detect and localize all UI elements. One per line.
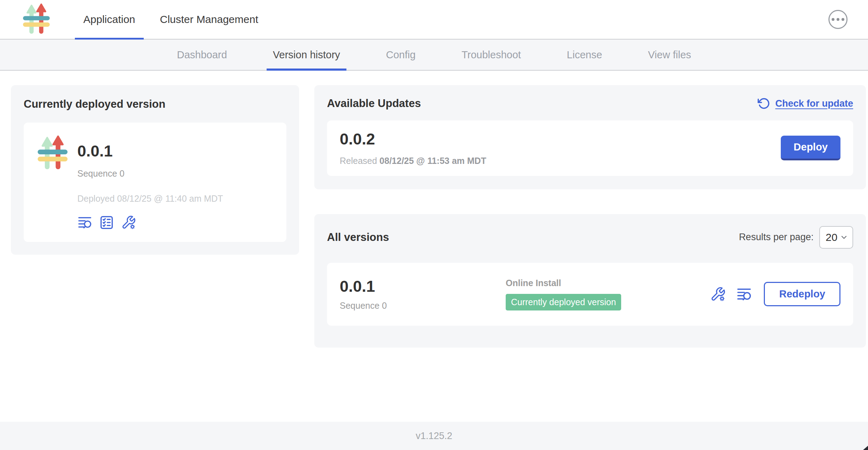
all-versions-panel: All versions Results per page: 20 0.0 [314, 214, 866, 348]
update-info: 0.0.2 Released 08/12/25 @ 11:53 am MDT [340, 130, 486, 166]
edit-config-icon[interactable] [710, 286, 726, 302]
deployed-timestamp: Deployed 08/12/25 @ 11:40 am MDT [77, 194, 223, 204]
subnav-view-files-label: View files [648, 49, 691, 61]
subnav-dashboard-label: Dashboard [177, 49, 227, 61]
results-per-page-group: Results per page: 20 [739, 226, 853, 249]
kots-admin-console: Application Cluster Management Dashboard… [0, 0, 868, 450]
tab-cluster-management-label: Cluster Management [160, 13, 258, 25]
status-badge: Currently deployed version [506, 294, 621, 310]
app-logo-icon [21, 4, 52, 35]
results-per-page-value: 20 [826, 231, 837, 243]
subnav-license-label: License [567, 49, 602, 61]
tab-cluster-management[interactable]: Cluster Management [151, 0, 267, 39]
header-tabs: Application Cluster Management [75, 0, 274, 39]
ellipsis-circle-icon[interactable] [828, 10, 848, 29]
app-logo-icon [36, 135, 70, 171]
update-card: 0.0.2 Released 08/12/25 @ 11:53 am MDT D… [327, 120, 853, 176]
row-status-info: Online Install Currently deployed versio… [506, 278, 621, 310]
subnav-item-troubleshoot[interactable]: Troubleshoot [455, 40, 527, 70]
top-header: Application Cluster Management [0, 0, 868, 40]
check-for-update-label: Check for update [775, 98, 853, 109]
subnav-version-history-label: Version history [273, 49, 340, 61]
available-updates-head: Available Updates Check for update [327, 97, 853, 110]
console-version: v1.125.2 [416, 431, 452, 442]
tab-application[interactable]: Application [75, 0, 144, 39]
subnav-item-version-history[interactable]: Version history [267, 40, 346, 70]
deployed-version-info: 0.0.1 Sequence 0 Deployed 08/12/25 @ 11:… [77, 133, 223, 230]
deployed-version-card: 0.0.1 Sequence 0 Deployed 08/12/25 @ 11:… [24, 123, 286, 242]
edit-config-icon[interactable] [121, 215, 136, 230]
all-versions-head: All versions Results per page: 20 [327, 226, 853, 249]
subnav-item-license[interactable]: License [560, 40, 608, 70]
install-type-label: Online Install [506, 278, 621, 288]
version-row: 0.0.1 Sequence 0 Online Install Currentl… [327, 263, 853, 326]
released-timestamp: 08/12/25 @ 11:53 am MDT [380, 156, 486, 166]
row-version-number: 0.0.1 [340, 278, 506, 295]
check-for-update-link[interactable]: Check for update [757, 97, 853, 110]
preflight-checks-icon[interactable] [99, 215, 114, 230]
deployed-sequence: Sequence 0 [77, 168, 223, 179]
row-sequence: Sequence 0 [340, 301, 506, 311]
deploy-button[interactable]: Deploy [781, 136, 840, 160]
redeploy-button[interactable]: Redeploy [764, 282, 840, 306]
refresh-icon [757, 97, 770, 110]
update-version-number: 0.0.2 [340, 130, 486, 148]
subnav-troubleshoot-label: Troubleshoot [462, 49, 521, 61]
header-right [828, 0, 868, 39]
update-released-line: Released 08/12/25 @ 11:53 am MDT [340, 156, 486, 166]
row-actions: Redeploy [710, 282, 840, 306]
chevron-down-icon [840, 233, 848, 242]
currently-deployed-title: Currently deployed version [24, 98, 286, 111]
view-logs-icon[interactable] [77, 215, 92, 230]
subnav-item-view-files[interactable]: View files [642, 40, 697, 70]
currently-deployed-panel: Currently deployed version 0.0.1 Sequenc… [11, 85, 299, 255]
view-logs-icon[interactable] [736, 286, 752, 302]
footer: v1.125.2 [0, 422, 868, 450]
results-per-page-select[interactable]: 20 [819, 226, 853, 249]
main-content: Currently deployed version 0.0.1 Sequenc… [0, 71, 868, 422]
right-column: Available Updates Check for update 0.0.2… [314, 85, 866, 348]
results-per-page-label: Results per page: [739, 232, 814, 243]
deployed-actions [77, 215, 223, 230]
released-label: Released [340, 156, 380, 166]
subnav-config-label: Config [386, 49, 416, 61]
subnav-item-config[interactable]: Config [380, 40, 422, 70]
all-versions-title: All versions [327, 231, 389, 244]
available-updates-panel: Available Updates Check for update 0.0.2… [314, 85, 866, 189]
deployed-version-number: 0.0.1 [77, 142, 223, 160]
tab-application-label: Application [83, 13, 135, 25]
row-version-info: 0.0.1 Sequence 0 [340, 278, 506, 311]
app-subnav: Dashboard Version history Config Trouble… [0, 40, 868, 71]
cursor-artifact [863, 446, 868, 450]
available-updates-title: Available Updates [327, 97, 421, 110]
subnav-item-dashboard[interactable]: Dashboard [171, 40, 233, 70]
